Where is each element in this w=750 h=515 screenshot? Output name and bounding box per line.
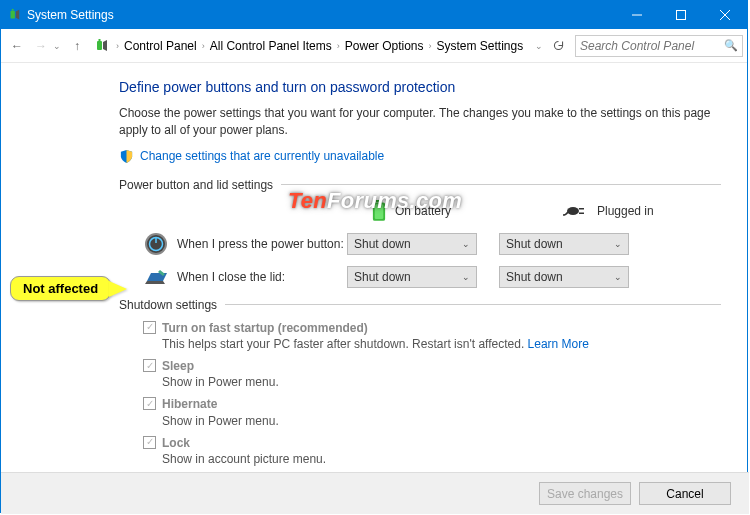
content: Define power buttons and turn on passwor… bbox=[1, 63, 747, 481]
breadcrumb-item[interactable]: Power Options bbox=[345, 39, 424, 53]
row-power-button: When I press the power button: Shut down… bbox=[119, 232, 721, 256]
chevron-down-icon: ⌄ bbox=[462, 239, 470, 249]
opt-lock: ✓ Lock Show in account picture menu. bbox=[143, 435, 721, 467]
refresh-button[interactable] bbox=[547, 39, 569, 52]
svg-rect-13 bbox=[579, 212, 584, 214]
power-button-plugged-select[interactable]: Shut down⌄ bbox=[499, 233, 629, 255]
opt-title: Lock bbox=[162, 435, 326, 451]
row-label: When I press the power button: bbox=[177, 237, 347, 251]
window-title: System Settings bbox=[27, 8, 615, 22]
chevron-right-icon: › bbox=[334, 41, 343, 51]
col-battery: On battery bbox=[371, 200, 501, 222]
section-title: Power button and lid settings bbox=[119, 178, 273, 192]
save-button[interactable]: Save changes bbox=[539, 482, 631, 505]
window: System Settings ← → ⌄ ↑ › Control Panel … bbox=[0, 0, 748, 513]
search-icon: 🔍 bbox=[724, 39, 738, 52]
back-button[interactable]: ← bbox=[5, 34, 29, 58]
page-description: Choose the power settings that you want … bbox=[119, 105, 721, 139]
chevron-down-icon: ⌄ bbox=[614, 239, 622, 249]
chevron-right-icon: › bbox=[199, 41, 208, 51]
lid-battery-select[interactable]: Shut down⌄ bbox=[347, 266, 477, 288]
section-title: Shutdown settings bbox=[119, 298, 217, 312]
breadcrumb-item[interactable]: All Control Panel Items bbox=[210, 39, 332, 53]
lid-plugged-select[interactable]: Shut down⌄ bbox=[499, 266, 629, 288]
navbar: ← → ⌄ ↑ › Control Panel › All Control Pa… bbox=[1, 29, 747, 63]
search-input[interactable] bbox=[580, 39, 722, 53]
power-button-battery-select[interactable]: Shut down⌄ bbox=[347, 233, 477, 255]
chevron-right-icon: › bbox=[425, 41, 434, 51]
chevron-right-icon: › bbox=[113, 41, 122, 51]
svg-point-11 bbox=[567, 207, 579, 215]
chevron-down-icon: ⌄ bbox=[462, 272, 470, 282]
checkbox-fast-startup: ✓ bbox=[143, 321, 156, 334]
history-dropdown[interactable]: ⌄ bbox=[53, 41, 65, 51]
learn-more-link[interactable]: Learn More bbox=[528, 337, 589, 351]
opt-sub: Show in Power menu. bbox=[162, 413, 279, 429]
plug-icon bbox=[561, 204, 589, 218]
search-box[interactable]: 🔍 bbox=[575, 35, 743, 57]
row-close-lid: When I close the lid: Shut down⌄ Shut do… bbox=[119, 266, 721, 288]
svg-rect-0 bbox=[11, 11, 15, 19]
change-settings-link[interactable]: Change settings that are currently unava… bbox=[140, 149, 384, 163]
laptop-lid-icon bbox=[143, 267, 169, 287]
callout-arrow bbox=[109, 281, 127, 297]
svg-rect-1 bbox=[12, 9, 14, 11]
chevron-down-icon: ⌄ bbox=[614, 272, 622, 282]
col-plugged: Plugged in bbox=[561, 204, 691, 218]
breadcrumb-dropdown[interactable]: ⌄ bbox=[535, 41, 547, 51]
divider bbox=[281, 184, 721, 185]
svg-rect-3 bbox=[677, 11, 686, 20]
breadcrumb: › Control Panel › All Control Panel Item… bbox=[113, 39, 535, 53]
opt-sleep: ✓ Sleep Show in Power menu. bbox=[143, 358, 721, 390]
svg-rect-8 bbox=[376, 200, 382, 202]
svg-rect-6 bbox=[97, 41, 102, 50]
shield-row: Change settings that are currently unava… bbox=[119, 149, 721, 164]
opt-title: Turn on fast startup (recommended) bbox=[162, 320, 589, 336]
svg-rect-12 bbox=[579, 208, 584, 210]
opt-title: Hibernate bbox=[162, 396, 279, 412]
opt-fast-startup: ✓ Turn on fast startup (recommended) Thi… bbox=[143, 320, 721, 352]
opt-hibernate: ✓ Hibernate Show in Power menu. bbox=[143, 396, 721, 428]
divider bbox=[225, 304, 721, 305]
section-header-power: Power button and lid settings bbox=[119, 178, 721, 192]
shutdown-settings: ✓ Turn on fast startup (recommended) Thi… bbox=[143, 320, 721, 468]
maximize-button[interactable] bbox=[659, 1, 703, 29]
checkbox-lock: ✓ bbox=[143, 436, 156, 449]
footer: Save changes Cancel bbox=[1, 472, 749, 514]
power-button-icon bbox=[143, 232, 169, 256]
close-button[interactable] bbox=[703, 1, 747, 29]
forward-button[interactable]: → bbox=[29, 34, 53, 58]
titlebar: System Settings bbox=[1, 1, 747, 29]
breadcrumb-item[interactable]: System Settings bbox=[436, 39, 523, 53]
opt-title: Sleep bbox=[162, 358, 279, 374]
page-heading: Define power buttons and turn on passwor… bbox=[119, 79, 721, 95]
shield-icon bbox=[119, 149, 134, 164]
callout-text: Not affected bbox=[10, 276, 111, 301]
col-label: Plugged in bbox=[597, 204, 654, 218]
cancel-button[interactable]: Cancel bbox=[639, 482, 731, 505]
breadcrumb-item[interactable]: Control Panel bbox=[124, 39, 197, 53]
up-button[interactable]: ↑ bbox=[65, 34, 89, 58]
control-panel-icon bbox=[93, 38, 109, 54]
column-headers: On battery Plugged in bbox=[371, 200, 721, 222]
col-label: On battery bbox=[395, 204, 451, 218]
checkbox-hibernate: ✓ bbox=[143, 397, 156, 410]
checkbox-sleep: ✓ bbox=[143, 359, 156, 372]
battery-icon bbox=[371, 200, 387, 222]
section-header-shutdown: Shutdown settings bbox=[119, 298, 721, 312]
opt-sub: Show in Power menu. bbox=[162, 374, 279, 390]
svg-rect-10 bbox=[375, 204, 384, 219]
power-options-icon bbox=[7, 8, 21, 22]
row-label: When I close the lid: bbox=[177, 270, 347, 284]
opt-sub: This helps start your PC faster after sh… bbox=[162, 336, 589, 352]
annotation-callout: Not affected bbox=[10, 276, 127, 301]
opt-sub: Show in account picture menu. bbox=[162, 451, 326, 467]
minimize-button[interactable] bbox=[615, 1, 659, 29]
svg-rect-7 bbox=[99, 39, 101, 41]
